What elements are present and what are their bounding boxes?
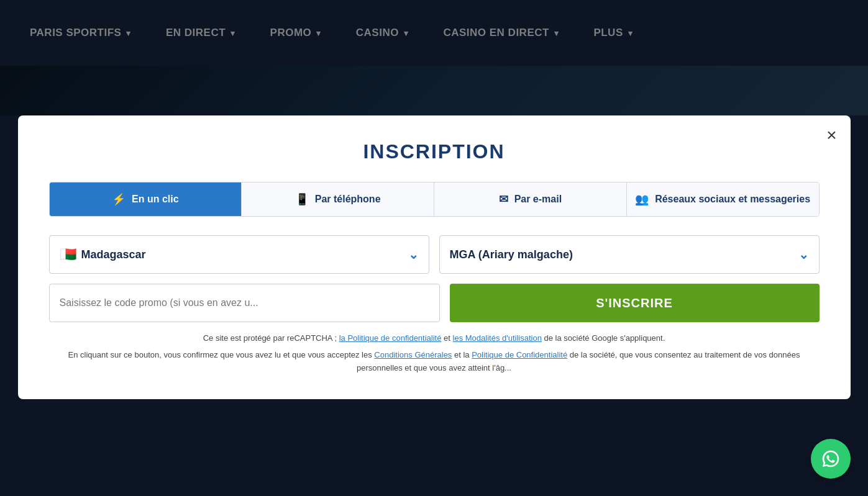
selectors-row: 🇲🇬 Madagascar ⌄ MGA (Ariary malgache) ⌄ xyxy=(49,235,820,274)
tab-reseaux-sociaux[interactable]: 👥 Réseaux sociaux et messageries xyxy=(627,183,819,216)
tab-en-un-clic[interactable]: ⚡ En un clic xyxy=(50,183,242,216)
tab-label: Réseaux sociaux et messageries xyxy=(655,194,810,205)
chat-button[interactable] xyxy=(811,439,851,479)
tab-par-telephone[interactable]: 📱 Par téléphone xyxy=(242,183,434,216)
inscription-modal: × INSCRIPTION ⚡ En un clic 📱 Par télépho… xyxy=(18,115,851,399)
chat-icon xyxy=(821,449,841,469)
chevron-down-icon: ⌄ xyxy=(798,247,809,262)
modal-title: INSCRIPTION xyxy=(49,140,820,163)
promo-submit-row: S'INSCRIRE xyxy=(49,284,820,322)
people-icon: 👥 xyxy=(635,192,649,206)
currency-selector[interactable]: MGA (Ariary malgache) ⌄ xyxy=(439,235,820,274)
confidentiality-policy-link[interactable]: Politique de Confidentialité xyxy=(472,350,567,359)
country-value: Madagascar xyxy=(81,248,146,261)
legal-and-text: et xyxy=(444,333,452,343)
tab-label: En un clic xyxy=(132,194,179,205)
general-conditions-link[interactable]: Conditions Générales xyxy=(374,350,452,359)
registration-tabs: ⚡ En un clic 📱 Par téléphone ✉ Par e-mai… xyxy=(49,182,820,217)
privacy-policy-link[interactable]: la Politique de confidentialité xyxy=(339,333,442,343)
submit-button[interactable]: S'INSCRIRE xyxy=(450,284,820,322)
terms-link[interactable]: les Modalités d'utilisation xyxy=(453,333,542,343)
modal-close-button[interactable]: × xyxy=(826,127,836,144)
legal-and2-text: et la xyxy=(454,350,472,359)
chevron-down-icon: ⌄ xyxy=(408,247,419,262)
country-flag: 🇲🇬 xyxy=(60,246,76,263)
email-icon: ✉ xyxy=(499,192,508,206)
legal-confirm-text: En cliquant sur ce bouton, vous confirme… xyxy=(68,350,375,359)
legal-recaptcha-text: Ce site est protégé par reCAPTCHA ; xyxy=(203,333,339,343)
legal-text: Ce site est protégé par reCAPTCHA ; la P… xyxy=(49,332,820,374)
country-selector[interactable]: 🇲🇬 Madagascar ⌄ xyxy=(49,235,429,274)
tab-par-email[interactable]: ✉ Par e-mail xyxy=(434,183,627,216)
currency-value: MGA (Ariary malgache) xyxy=(450,248,573,261)
promo-code-input[interactable] xyxy=(49,284,440,322)
legal-google-text: de la société Google s'appliquent. xyxy=(544,333,665,343)
phone-icon: 📱 xyxy=(295,192,309,206)
lightning-icon: ⚡ xyxy=(112,192,126,206)
tab-label: Par téléphone xyxy=(315,194,381,205)
tab-label: Par e-mail xyxy=(514,194,562,205)
